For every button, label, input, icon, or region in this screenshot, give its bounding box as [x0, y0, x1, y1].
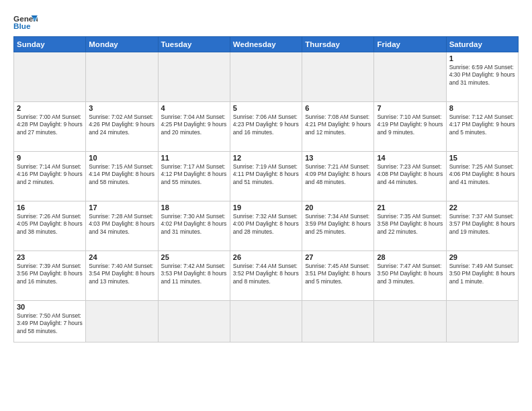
logo-icon: General Blue [13, 13, 38, 32]
calendar-cell: 25Sunrise: 7:42 AM Sunset: 3:53 PM Dayli… [158, 251, 230, 301]
calendar-cell [302, 301, 374, 342]
calendar-table: SundayMondayTuesdayWednesdayThursdayFrid… [13, 36, 519, 342]
calendar-cell: 9Sunrise: 7:14 AM Sunset: 4:16 PM Daylig… [14, 152, 86, 201]
calendar-week-row: 9Sunrise: 7:14 AM Sunset: 4:16 PM Daylig… [14, 152, 519, 201]
header: General Blue [13, 11, 519, 32]
calendar-cell: 20Sunrise: 7:34 AM Sunset: 3:59 PM Dayli… [302, 201, 374, 251]
day-info: Sunrise: 7:42 AM Sunset: 3:53 PM Dayligh… [161, 263, 227, 285]
calendar-cell: 22Sunrise: 7:37 AM Sunset: 3:57 PM Dayli… [446, 201, 518, 251]
calendar-week-row: 23Sunrise: 7:39 AM Sunset: 3:56 PM Dayli… [14, 251, 519, 301]
day-info: Sunrise: 7:45 AM Sunset: 3:51 PM Dayligh… [305, 263, 371, 285]
day-number: 7 [377, 104, 443, 112]
calendar-cell [374, 52, 446, 102]
day-info: Sunrise: 7:34 AM Sunset: 3:59 PM Dayligh… [305, 213, 371, 236]
day-info: Sunrise: 7:40 AM Sunset: 3:54 PM Dayligh… [89, 263, 154, 285]
weekday-header-wednesday: Wednesday [230, 37, 302, 52]
day-number: 6 [305, 104, 371, 112]
calendar-cell: 4Sunrise: 7:04 AM Sunset: 4:25 PM Daylig… [158, 102, 230, 152]
day-info: Sunrise: 7:15 AM Sunset: 4:14 PM Dayligh… [89, 163, 154, 186]
calendar-cell: 12Sunrise: 7:19 AM Sunset: 4:11 PM Dayli… [230, 152, 302, 201]
day-info: Sunrise: 7:10 AM Sunset: 4:19 PM Dayligh… [377, 113, 443, 136]
calendar-cell: 19Sunrise: 7:32 AM Sunset: 4:00 PM Dayli… [230, 201, 302, 251]
day-info: Sunrise: 7:50 AM Sunset: 3:49 PM Dayligh… [17, 312, 83, 335]
weekday-header-saturday: Saturday [446, 37, 518, 52]
calendar-cell: 27Sunrise: 7:45 AM Sunset: 3:51 PM Dayli… [302, 251, 374, 301]
calendar-header-row: SundayMondayTuesdayWednesdayThursdayFrid… [14, 37, 519, 52]
day-number: 4 [161, 104, 227, 112]
day-number: 19 [233, 203, 299, 212]
day-number: 5 [233, 104, 299, 112]
calendar-cell: 13Sunrise: 7:21 AM Sunset: 4:09 PM Dayli… [302, 152, 374, 201]
calendar-cell [158, 52, 230, 102]
calendar-cell: 8Sunrise: 7:12 AM Sunset: 4:17 PM Daylig… [446, 102, 518, 152]
day-number: 28 [377, 253, 443, 261]
day-number: 26 [233, 253, 299, 261]
calendar-cell: 16Sunrise: 7:26 AM Sunset: 4:05 PM Dayli… [14, 201, 86, 251]
day-info: Sunrise: 7:00 AM Sunset: 4:28 PM Dayligh… [17, 113, 83, 136]
calendar-cell: 10Sunrise: 7:15 AM Sunset: 4:14 PM Dayli… [86, 152, 158, 201]
calendar-cell: 15Sunrise: 7:25 AM Sunset: 4:06 PM Dayli… [446, 152, 518, 201]
calendar-cell: 1Sunrise: 6:59 AM Sunset: 4:30 PM Daylig… [446, 52, 518, 102]
day-info: Sunrise: 7:14 AM Sunset: 4:16 PM Dayligh… [17, 163, 83, 186]
calendar-cell: 28Sunrise: 7:47 AM Sunset: 3:50 PM Dayli… [374, 251, 446, 301]
day-info: Sunrise: 7:08 AM Sunset: 4:21 PM Dayligh… [305, 113, 371, 136]
calendar-cell [14, 52, 86, 102]
calendar-week-row: 1Sunrise: 6:59 AM Sunset: 4:30 PM Daylig… [14, 52, 519, 102]
day-info: Sunrise: 7:47 AM Sunset: 3:50 PM Dayligh… [377, 263, 443, 285]
logo: General Blue [13, 13, 38, 32]
day-info: Sunrise: 7:12 AM Sunset: 4:17 PM Dayligh… [449, 113, 515, 136]
calendar-cell: 5Sunrise: 7:06 AM Sunset: 4:23 PM Daylig… [230, 102, 302, 152]
calendar-cell: 2Sunrise: 7:00 AM Sunset: 4:28 PM Daylig… [14, 102, 86, 152]
day-number: 8 [449, 104, 515, 112]
calendar-week-row: 16Sunrise: 7:26 AM Sunset: 4:05 PM Dayli… [14, 201, 519, 251]
day-number: 23 [17, 253, 83, 261]
day-number: 11 [161, 154, 227, 162]
day-number: 16 [17, 203, 83, 212]
day-info: Sunrise: 7:37 AM Sunset: 3:57 PM Dayligh… [449, 213, 515, 236]
weekday-header-monday: Monday [86, 37, 158, 52]
weekday-header-friday: Friday [374, 37, 446, 52]
weekday-header-sunday: Sunday [14, 37, 86, 52]
day-info: Sunrise: 7:17 AM Sunset: 4:12 PM Dayligh… [161, 163, 227, 186]
day-number: 27 [305, 253, 371, 261]
calendar-cell [374, 301, 446, 342]
day-info: Sunrise: 7:44 AM Sunset: 3:52 PM Dayligh… [233, 263, 299, 285]
day-number: 17 [89, 203, 154, 212]
calendar-cell [230, 52, 302, 102]
day-number: 1 [449, 54, 515, 62]
calendar-cell: 11Sunrise: 7:17 AM Sunset: 4:12 PM Dayli… [158, 152, 230, 201]
day-info: Sunrise: 7:30 AM Sunset: 4:02 PM Dayligh… [161, 213, 227, 236]
calendar-cell: 6Sunrise: 7:08 AM Sunset: 4:21 PM Daylig… [302, 102, 374, 152]
calendar-cell: 29Sunrise: 7:49 AM Sunset: 3:50 PM Dayli… [446, 251, 518, 301]
day-number: 25 [161, 253, 227, 261]
day-info: Sunrise: 7:39 AM Sunset: 3:56 PM Dayligh… [17, 263, 83, 285]
calendar-week-row: 2Sunrise: 7:00 AM Sunset: 4:28 PM Daylig… [14, 102, 519, 152]
calendar-cell: 14Sunrise: 7:23 AM Sunset: 4:08 PM Dayli… [374, 152, 446, 201]
calendar-cell: 24Sunrise: 7:40 AM Sunset: 3:54 PM Dayli… [86, 251, 158, 301]
day-number: 20 [305, 203, 371, 212]
day-info: Sunrise: 7:06 AM Sunset: 4:23 PM Dayligh… [233, 113, 299, 136]
day-number: 10 [89, 154, 154, 162]
day-number: 30 [17, 303, 83, 311]
day-number: 22 [449, 203, 515, 212]
calendar-week-row: 30Sunrise: 7:50 AM Sunset: 3:49 PM Dayli… [14, 301, 519, 342]
day-number: 18 [161, 203, 227, 212]
calendar-cell: 21Sunrise: 7:35 AM Sunset: 3:58 PM Dayli… [374, 201, 446, 251]
day-number: 24 [89, 253, 154, 261]
day-number: 2 [17, 104, 83, 112]
calendar-cell [230, 301, 302, 342]
weekday-header-tuesday: Tuesday [158, 37, 230, 52]
calendar-cell [158, 301, 230, 342]
calendar-cell: 26Sunrise: 7:44 AM Sunset: 3:52 PM Dayli… [230, 251, 302, 301]
day-number: 29 [449, 253, 515, 261]
calendar-cell [86, 301, 158, 342]
calendar-cell [302, 52, 374, 102]
calendar-cell: 7Sunrise: 7:10 AM Sunset: 4:19 PM Daylig… [374, 102, 446, 152]
day-info: Sunrise: 7:25 AM Sunset: 4:06 PM Dayligh… [449, 163, 515, 186]
calendar-cell [86, 52, 158, 102]
day-number: 15 [449, 154, 515, 162]
day-info: Sunrise: 7:26 AM Sunset: 4:05 PM Dayligh… [17, 213, 83, 236]
day-info: Sunrise: 7:21 AM Sunset: 4:09 PM Dayligh… [305, 163, 371, 186]
day-info: Sunrise: 7:49 AM Sunset: 3:50 PM Dayligh… [449, 263, 515, 285]
day-info: Sunrise: 7:35 AM Sunset: 3:58 PM Dayligh… [377, 213, 443, 236]
